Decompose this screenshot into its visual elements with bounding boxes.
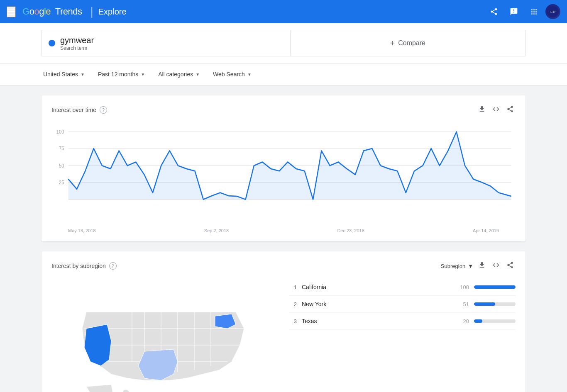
avatar-image: FP — [545, 4, 560, 19]
compare-label: Compare — [398, 39, 425, 47]
main-content: Interest over time ? — [0, 85, 567, 392]
category-filter-arrow: ▼ — [196, 72, 200, 77]
search-row: gymwear Search term + Compare — [42, 30, 525, 56]
subregion-name-2: New York — [302, 301, 452, 307]
subregion-dropdown-arrow: ▼ — [468, 263, 473, 269]
subregion-bar-container-3 — [474, 319, 516, 323]
subregion-dropdown-label: Subregion — [441, 263, 465, 269]
search-term-info: gymwear Search term — [60, 36, 94, 51]
list-item: 3 Texas 20 — [288, 313, 516, 330]
card-title-area-subregion: Interest by subregion ? — [51, 262, 117, 270]
card-title-time: Interest over time — [51, 107, 96, 113]
subregion-score-1: 100 — [457, 284, 469, 290]
subregion-score-3: 20 — [457, 318, 469, 324]
subregion-content: 1 California 100 2 New York 51 3 — [51, 279, 516, 392]
time-filter-label: Past 12 months — [98, 71, 138, 78]
subregion-bar-2 — [474, 302, 495, 306]
filters-bar: United States ▼ Past 12 months ▼ All cat… — [0, 63, 567, 85]
x-label-3: Dec 23, 2018 — [337, 228, 364, 233]
svg-marker-14 — [68, 132, 511, 200]
chart-container: 100 75 50 25 — [51, 123, 516, 226]
subregion-bar-container-2 — [474, 302, 516, 306]
subregion-name-1: California — [302, 284, 452, 290]
x-label-2: Sep 2, 2018 — [204, 228, 229, 233]
feedback-button[interactable] — [506, 3, 522, 20]
us-map — [61, 279, 269, 392]
subregion-rank-2: 2 — [288, 301, 297, 307]
help-icon-subregion[interactable]: ? — [109, 262, 117, 270]
header-divider: | — [90, 5, 93, 18]
card-actions-time — [477, 104, 516, 116]
search-type-filter-label: Web Search — [213, 71, 245, 78]
subregion-rank-1: 1 — [288, 284, 297, 290]
interest-by-subregion-card: Interest by subregion ? Subregion ▼ — [42, 251, 525, 392]
chart-svg: 100 75 50 25 — [51, 123, 516, 226]
x-label-4: Apr 14, 2019 — [473, 228, 499, 233]
card-title-area-time: Interest over time ? — [51, 106, 107, 114]
search-area: gymwear Search term + Compare — [0, 23, 567, 63]
subregion-dropdown[interactable]: Subregion ▼ — [441, 263, 473, 269]
card-header-subregion: Interest by subregion ? Subregion ▼ — [51, 260, 516, 272]
avatar[interactable]: FP — [545, 4, 560, 19]
app-logo: Google Trends — [22, 6, 82, 17]
subregion-rank-3: 3 — [288, 318, 297, 324]
card-title-subregion: Interest by subregion — [51, 263, 106, 269]
search-type-filter-arrow: ▼ — [247, 72, 252, 77]
subregion-bar-1 — [474, 285, 516, 289]
subregion-bar-container-1 — [474, 285, 516, 289]
region-filter[interactable]: United States ▼ — [42, 68, 86, 80]
subregion-score-2: 51 — [457, 301, 469, 307]
svg-text:FP: FP — [550, 10, 555, 14]
embed-button-time[interactable] — [491, 104, 501, 116]
x-label-1: May 13, 2018 — [68, 228, 96, 233]
card-header-time: Interest over time ? — [51, 104, 516, 116]
time-filter[interactable]: Past 12 months ▼ — [96, 68, 147, 80]
card-actions-subregion: Subregion ▼ — [441, 260, 516, 272]
interest-over-time-card: Interest over time ? — [42, 95, 525, 241]
svg-text:50: 50 — [59, 163, 64, 168]
search-term-text: gymwear — [60, 36, 94, 45]
region-filter-label: United States — [43, 71, 78, 78]
map-area — [51, 279, 279, 392]
svg-text:100: 100 — [56, 129, 64, 134]
header-actions: FP — [486, 3, 560, 20]
category-filter-label: All categories — [158, 71, 193, 78]
list-item: 2 New York 51 — [288, 296, 516, 313]
menu-button[interactable] — [7, 6, 16, 17]
search-term-dot — [49, 40, 55, 46]
app-header: Google Trends | Explore FP — [0, 0, 567, 23]
subregion-list: 1 California 100 2 New York 51 3 — [288, 279, 516, 392]
share-button-time[interactable] — [505, 104, 516, 116]
svg-text:25: 25 — [59, 180, 64, 185]
subregion-name-3: Texas — [302, 318, 452, 324]
search-type-filter[interactable]: Web Search ▼ — [211, 68, 253, 80]
compare-box[interactable]: + Compare — [290, 30, 526, 56]
svg-rect-1 — [7, 11, 15, 12]
subregion-bar-3 — [474, 319, 482, 323]
svg-rect-2 — [7, 14, 15, 15]
share-button[interactable] — [486, 3, 502, 20]
chart-x-labels: May 13, 2018 Sep 2, 2018 Dec 23, 2018 Ap… — [51, 226, 516, 233]
embed-button-subregion[interactable] — [491, 260, 501, 272]
svg-rect-0 — [7, 9, 15, 10]
apps-button[interactable] — [525, 3, 542, 20]
category-filter[interactable]: All categories ▼ — [156, 68, 201, 80]
time-filter-arrow: ▼ — [141, 72, 145, 77]
share-button-subregion[interactable] — [505, 260, 516, 272]
download-button-time[interactable] — [477, 104, 487, 116]
search-term-box[interactable]: gymwear Search term — [42, 30, 290, 56]
region-filter-arrow: ▼ — [81, 72, 85, 77]
list-item: 1 California 100 — [288, 279, 516, 296]
explore-label: Explore — [98, 7, 127, 17]
compare-plus-icon: + — [390, 39, 395, 48]
search-term-sub: Search term — [60, 45, 94, 51]
download-button-subregion[interactable] — [477, 260, 487, 272]
help-icon-time[interactable]: ? — [100, 106, 107, 114]
svg-text:75: 75 — [59, 146, 64, 151]
